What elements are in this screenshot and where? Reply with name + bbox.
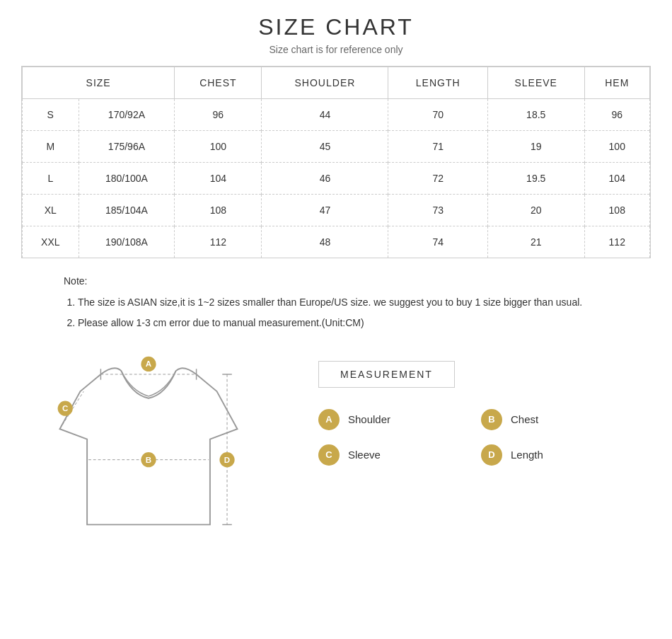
legend-badge: D <box>481 444 502 466</box>
notes-section: Note: The size is ASIAN size,it is 1~2 s… <box>64 272 651 333</box>
cell-size: XL <box>23 195 79 226</box>
measurement-box: MEASUREMENT <box>318 361 455 388</box>
legend-label: Length <box>511 449 543 461</box>
table-row: L 180/100A 104 46 72 19.5 104 <box>23 163 650 195</box>
legend-badge: C <box>318 444 340 466</box>
cell-hem: 108 <box>584 195 649 226</box>
cell-hem: 100 <box>584 131 649 163</box>
cell-hem: 112 <box>584 226 649 258</box>
cell-chest: 104 <box>175 163 262 195</box>
cell-sleeve: 21 <box>487 226 584 258</box>
svg-text:A: A <box>146 359 152 368</box>
cell-length: 72 <box>388 163 487 195</box>
table-row: S 170/92A 96 44 70 18.5 96 <box>23 99 650 131</box>
cell-size: S <box>23 99 79 131</box>
page-title: SIZE CHART <box>21 14 651 40</box>
notes-item: The size is ASIAN size,it is 1~2 sizes s… <box>78 294 651 311</box>
table-row: XL 185/104A 108 47 73 20 108 <box>23 195 650 226</box>
legend-label: Chest <box>511 413 538 425</box>
svg-text:D: D <box>224 455 230 464</box>
title-section: SIZE CHART Size chart is for reference o… <box>21 14 651 55</box>
cell-size: XXL <box>23 226 79 258</box>
legend-label: Shoulder <box>348 413 390 425</box>
table-row: M 175/96A 100 45 71 19 100 <box>23 131 650 163</box>
cell-hem: 96 <box>584 99 649 131</box>
cell-size-code: 185/104A <box>79 195 175 226</box>
legend-item: D Length <box>481 444 630 466</box>
notes-item: Please allow 1-3 cm error due to manual … <box>78 314 651 332</box>
cell-length: 70 <box>388 99 487 131</box>
size-table-wrapper: SIZE CHEST SHOULDER LENGTH SLEEVE HEM S … <box>21 66 651 258</box>
cell-length: 74 <box>388 226 487 258</box>
table-header-row: SIZE CHEST SHOULDER LENGTH SLEEVE HEM <box>23 67 650 99</box>
col-chest: CHEST <box>175 67 262 99</box>
legend-grid: A Shoulder B Chest C Sleeve D Length <box>318 409 630 466</box>
cell-shoulder: 47 <box>262 195 388 226</box>
col-length: LENGTH <box>388 67 487 99</box>
cell-chest: 100 <box>175 131 262 163</box>
cell-sleeve: 19.5 <box>487 163 584 195</box>
cell-size: L <box>23 163 79 195</box>
cell-sleeve: 19 <box>487 131 584 163</box>
page-container: SIZE CHART Size chart is for reference o… <box>0 0 672 569</box>
legend-badge: B <box>481 409 502 430</box>
col-sleeve: SLEEVE <box>487 67 584 99</box>
svg-text:C: C <box>62 404 69 413</box>
cell-size: M <box>23 131 79 163</box>
size-table: SIZE CHEST SHOULDER LENGTH SLEEVE HEM S … <box>22 67 650 258</box>
col-size: SIZE <box>23 67 175 99</box>
cell-chest: 112 <box>175 226 262 258</box>
legend-item: B Chest <box>481 409 630 430</box>
col-shoulder: SHOULDER <box>262 67 388 99</box>
page-subtitle: Size chart is for reference only <box>21 44 651 55</box>
notes-title: Note: <box>64 272 651 290</box>
svg-text:B: B <box>146 455 151 464</box>
cell-shoulder: 45 <box>262 131 388 163</box>
cell-shoulder: 48 <box>262 226 388 258</box>
cell-size-code: 190/108A <box>79 226 175 258</box>
measurement-section: A B C D MEASUREMEN <box>21 354 651 555</box>
cell-size-code: 170/92A <box>79 99 175 131</box>
cell-chest: 96 <box>175 99 262 131</box>
cell-size-code: 175/96A <box>79 131 175 163</box>
cell-length: 73 <box>388 195 487 226</box>
cell-length: 71 <box>388 131 487 163</box>
cell-size-code: 180/100A <box>79 163 175 195</box>
table-row: XXL 190/108A 112 48 74 21 112 <box>23 226 650 258</box>
cell-shoulder: 44 <box>262 99 388 131</box>
cell-shoulder: 46 <box>262 163 388 195</box>
legend-badge: A <box>318 409 340 430</box>
cell-chest: 108 <box>175 195 262 226</box>
cell-hem: 104 <box>584 163 649 195</box>
notes-list: The size is ASIAN size,it is 1~2 sizes s… <box>64 294 651 332</box>
col-hem: HEM <box>584 67 649 99</box>
cell-sleeve: 20 <box>487 195 584 226</box>
tshirt-svg: A B C D <box>42 354 255 552</box>
tshirt-diagram: A B C D <box>42 354 283 555</box>
cell-sleeve: 18.5 <box>487 99 584 131</box>
legend-label: Sleeve <box>348 449 381 461</box>
legend-item: C Sleeve <box>318 444 467 466</box>
measurement-legend: MEASUREMENT A Shoulder B Chest C Sleeve … <box>283 354 630 466</box>
legend-item: A Shoulder <box>318 409 467 430</box>
